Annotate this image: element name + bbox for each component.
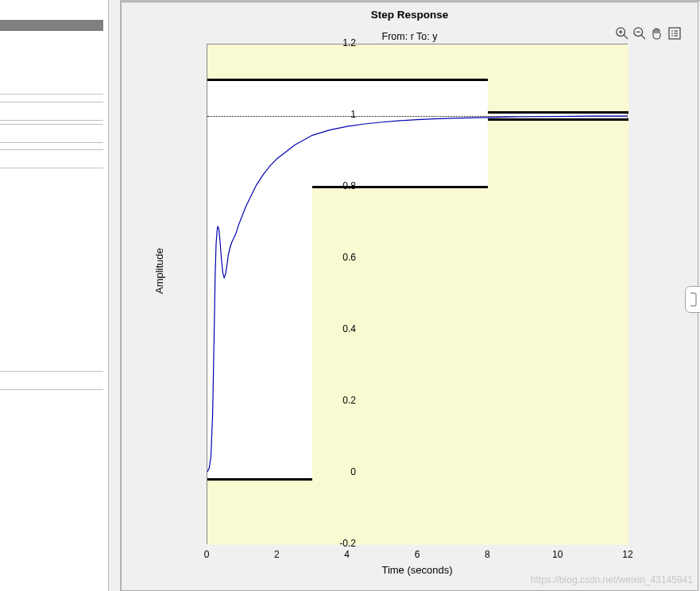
plot-subtitle: From: r To: y bbox=[122, 31, 698, 42]
watermark: https://blog.csdn.net/weixin_43145941 bbox=[531, 574, 693, 585]
zoom-in-icon[interactable] bbox=[615, 26, 629, 41]
x-tick-label: 0 bbox=[195, 549, 219, 560]
svg-line-5 bbox=[641, 35, 645, 39]
app-root: Step Response From: r To: y bbox=[0, 0, 700, 591]
axes[interactable] bbox=[207, 44, 628, 544]
x-tick-label: 12 bbox=[616, 549, 640, 560]
y-tick-label: 0.4 bbox=[308, 323, 356, 334]
left-panel bbox=[0, 0, 108, 591]
response-curve bbox=[207, 44, 627, 543]
plot-toolbar bbox=[615, 26, 682, 41]
y-tick-label: 1 bbox=[308, 109, 356, 120]
y-tick-label: 0.6 bbox=[308, 252, 356, 263]
plot-panel: Step Response From: r To: y bbox=[121, 0, 700, 591]
left-panel-field-3[interactable] bbox=[0, 149, 103, 168]
x-tick-label: 6 bbox=[405, 549, 429, 560]
left-panel-field-1[interactable] bbox=[0, 102, 103, 121]
y-tick-label: 1.2 bbox=[308, 37, 356, 48]
y-tick-label: 0.2 bbox=[308, 395, 356, 406]
svg-line-1 bbox=[624, 35, 628, 39]
zoom-out-icon[interactable] bbox=[632, 26, 647, 41]
collapse-handle[interactable] bbox=[685, 286, 700, 313]
y-axis-label: Amplitude bbox=[153, 248, 165, 294]
left-panel-field-4[interactable] bbox=[0, 371, 103, 390]
y-tick-label: -0.2 bbox=[308, 538, 356, 549]
x-tick-label: 8 bbox=[475, 549, 499, 560]
plot-title: Step Response bbox=[122, 9, 698, 21]
plot-frame: Step Response From: r To: y bbox=[121, 2, 698, 591]
x-tick-label: 10 bbox=[546, 549, 570, 560]
left-panel-field-2[interactable] bbox=[0, 124, 103, 143]
data-tips-icon[interactable] bbox=[667, 26, 682, 41]
x-tick-label: 2 bbox=[265, 549, 288, 560]
left-panel-selection[interactable] bbox=[0, 20, 103, 31]
left-panel-separator bbox=[0, 94, 103, 95]
y-tick-label: 0.8 bbox=[308, 180, 356, 191]
vertical-splitter[interactable] bbox=[108, 0, 121, 591]
y-tick-label: 0 bbox=[308, 466, 356, 477]
pan-hand-icon[interactable] bbox=[650, 26, 664, 41]
x-tick-label: 4 bbox=[335, 549, 359, 560]
